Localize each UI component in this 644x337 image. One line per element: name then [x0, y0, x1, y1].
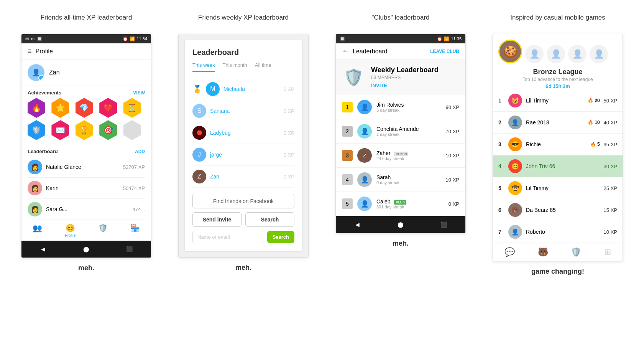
hamburger-icon[interactable]: ≡ [28, 47, 32, 55]
badge-7: ✉️ [51, 120, 69, 140]
name-michaela: Michaela [223, 86, 245, 92]
col4-title: Inspired by casual mobile games [510, 8, 605, 28]
col3-title: "Clubs" leaderboard [372, 8, 430, 28]
web-search-row: Name or email Search [192, 231, 294, 243]
badge-empty [123, 120, 141, 140]
search-input[interactable]: Name or email [192, 231, 264, 243]
xp-michaela: 0 XP [284, 86, 294, 92]
tab-this-week[interactable]: This week [192, 62, 215, 72]
leaderboard-title: Leaderboard [28, 149, 58, 154]
game-rank-4: 4 [498, 163, 504, 169]
web-actions: Find friends on Facebook Send invite Sea… [192, 194, 294, 243]
back-arrow-icon[interactable]: ← [342, 47, 349, 55]
streak-sarah: 0 day streak [376, 180, 441, 185]
name-zaher: Zaher ADMIN [376, 150, 441, 156]
streak-zaher: 247 day streak [376, 156, 441, 161]
column-3: "Clubs" leaderboard 🔲 ⏰ 📶 11:35 ← Leader… [322, 8, 479, 276]
status-left-3: 🔲 [340, 36, 345, 41]
game-bear-icon[interactable]: 🐻 [538, 247, 548, 257]
xp-6: 15 XP [604, 207, 617, 213]
status-bar-1: ✉ m 🔲 ⏰ 📶 11:34 [21, 34, 151, 43]
badge-3: 💎 [76, 98, 93, 118]
game-grid-icon[interactable]: ⊞ [604, 247, 611, 257]
nav-store[interactable]: 🏪 [130, 223, 140, 238]
rank-4: 4 [342, 174, 353, 185]
web-lb-list: 🥇 M Michaela 0 XP S Sanjana 0 XP [192, 78, 294, 188]
clock-icon: ⏰ [123, 36, 128, 41]
notif-icon: 🔲 [37, 36, 42, 41]
clubs-shield-icon: 🛡️ [342, 66, 365, 89]
game-chat-icon[interactable]: 💬 [504, 247, 515, 257]
name-conchita: Conchita Amende [376, 126, 441, 132]
clubs-item-5-info: Caleb PLUS 301 day streak [376, 198, 444, 209]
xp-2: 40 XP [604, 120, 617, 126]
store-icon: 🏪 [130, 223, 140, 233]
clubs-weekly-title: Weekly Leaderboard [371, 66, 439, 74]
xp-zan: 0 XP [284, 174, 294, 180]
admin-badge: ADMIN [394, 152, 408, 156]
recent-btn-1[interactable]: ⬛ [126, 245, 133, 253]
nav-shield[interactable]: 🛡️ [98, 223, 108, 238]
back-btn-1[interactable]: ◀ [39, 245, 47, 253]
col2-label: meh. [235, 264, 251, 272]
clubs-members-count: 53 MEMBERS [371, 75, 439, 80]
search-submit-btn[interactable]: Search [267, 231, 294, 243]
xp-jim: 90 XP [446, 104, 459, 110]
xp-3: 35 XP [604, 142, 617, 147]
clubs-invite-btn[interactable]: INVITE [371, 83, 439, 88]
clubs-header-title: Leaderboard [353, 48, 388, 55]
email-icon: ✉ [25, 36, 29, 41]
avatar-natalie: 👩 [28, 160, 42, 174]
top-avatar-3: 👤 [547, 45, 565, 63]
game-name-3: Richie [526, 141, 586, 147]
top-avatar-1st: 🍪 [498, 40, 522, 63]
web-lb-title: Leaderboard [192, 48, 294, 57]
achievements-view-btn[interactable]: VIEW [133, 90, 145, 96]
league-sub: Top 10 advance to the next league [493, 77, 623, 82]
user-name: Zan [49, 69, 60, 76]
game-rank-5: 5 [498, 185, 504, 191]
game-avatar-1: 🐱 [508, 94, 522, 107]
avatar-zan: Z [192, 170, 206, 183]
home-btn-1[interactable]: ⬤ [82, 245, 90, 253]
leaderboard-row-3-left: 👩 Sara G... [28, 202, 67, 216]
android-nav-1: ◀ ⬤ ⬛ [21, 241, 151, 258]
avatar-caleb: 👤 [357, 197, 372, 211]
search-friends-btn[interactable]: Search [245, 212, 294, 227]
name-sara: Sara G... [46, 206, 67, 212]
streak-count-1: 20 [595, 98, 600, 103]
nav-people[interactable]: 👥 [33, 223, 42, 238]
tab-all-time[interactable]: All time [255, 62, 271, 72]
home-btn-3[interactable]: ⬤ [397, 221, 404, 228]
rank-icon-1: 🥇 [192, 84, 202, 94]
rank-5: 5 [342, 198, 353, 209]
leave-club-btn[interactable]: LEAVE CLUB [430, 49, 459, 54]
rank-bronze: 3 [342, 150, 353, 161]
tab-this-month[interactable]: This month [223, 62, 247, 72]
game-avatar-6: 🐻 [508, 203, 522, 217]
game-shield-icon[interactable]: 🛡️ [571, 247, 581, 257]
game-row-4: 4 😊 John Triv 66 30 XP [493, 155, 623, 177]
achievements-header: Achievements VIEW [21, 86, 151, 98]
phone-frame-1: ✉ m 🔲 ⏰ 📶 11:34 ≡ Profile 👤 [21, 34, 151, 258]
clubs-row-4: 4 👤 Sarah 0 day streak 10 XP [336, 168, 465, 192]
web-row5-left: Z Zan [192, 170, 219, 183]
game-row-6: 6 🐻 Da Bearz 85 15 XP [493, 199, 623, 221]
web-lb-row-1: 🥇 M Michaela 0 XP [192, 78, 294, 100]
clubs-item-1-info: Jim Rolwes 3 day streak [376, 102, 441, 112]
leaderboard-add-btn[interactable]: ADD [135, 149, 145, 154]
name-ladybug: Ladybug [210, 130, 231, 136]
signal-icon: 📶 [130, 36, 135, 41]
find-fb-btn[interactable]: Find friends on Facebook [192, 194, 294, 208]
web-leaderboard-content: Leaderboard This week This month All tim… [185, 40, 302, 251]
recent-btn-3[interactable]: ⬛ [440, 221, 448, 228]
nav-profile[interactable]: 😊 Profile [65, 223, 76, 238]
streak-1: 🔥 20 [588, 98, 600, 103]
send-invite-btn[interactable]: Send invite [192, 212, 242, 227]
name-natalie: Natalie Glance [46, 164, 81, 170]
badge-2: ⭐ [51, 98, 69, 118]
back-btn-3[interactable]: ◀ [353, 221, 361, 228]
clubs-row-2: 2 👤 Conchita Amende 1 day streak 70 XP [336, 119, 465, 144]
signal-icon-3: 📶 [444, 36, 449, 41]
leaderboard-row-3: 👩 Sara G... 474... [28, 199, 145, 220]
